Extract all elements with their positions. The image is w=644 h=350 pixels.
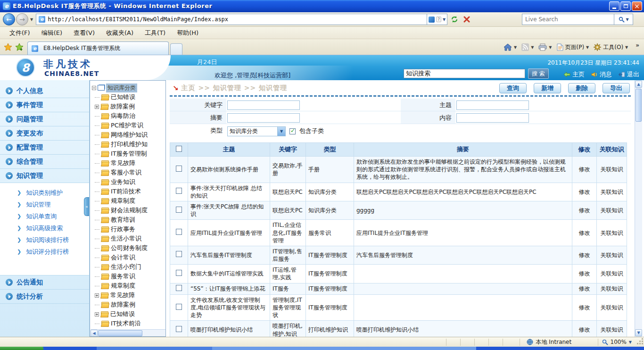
edit-link[interactable]: 修改 (572, 265, 597, 283)
related-knowledge-link[interactable]: 关联知识 (597, 157, 627, 183)
row-checkbox[interactable] (176, 207, 182, 213)
sidebar-submenu-item[interactable]: ❯ 知识评分排行榜 (0, 246, 89, 258)
taskbar-button[interactable] (212, 347, 476, 350)
row-checkbox[interactable] (176, 285, 182, 291)
tree-node[interactable]: IT技术前沿 (94, 319, 165, 328)
menu-item[interactable]: 收藏夹(A) (100, 27, 139, 39)
tree-node[interactable]: 业务知识 (94, 177, 165, 187)
related-knowledge-link[interactable]: 关联知识 (597, 265, 627, 283)
include-subcategory-checkbox[interactable] (289, 128, 296, 134)
tree-horizontal-scrollbar[interactable]: ◀ ▶ (91, 329, 166, 337)
row-checkbox[interactable] (176, 229, 182, 235)
topic-link[interactable]: 交易欺诈侦测系统操作手册 (188, 157, 270, 183)
tree-hscroll-thumb[interactable] (98, 330, 142, 336)
tree-node[interactable]: 常见故障 (94, 291, 165, 300)
restore-button[interactable] (620, 1, 631, 11)
tree-node[interactable]: 服务常识 (94, 272, 165, 281)
address-dropdown-icon[interactable]: ▼ (443, 17, 446, 22)
tree-node[interactable]: 会计常识 (94, 253, 165, 262)
row-checkbox[interactable] (176, 166, 182, 172)
tree-node[interactable]: 公司财务制度 (94, 243, 165, 253)
edit-link[interactable]: 修改 (572, 220, 597, 246)
toolbar-button[interactable]: 查询 (499, 83, 527, 93)
tree-node[interactable]: 故障案例 (94, 102, 165, 111)
related-knowledge-link[interactable]: 关联知识 (597, 321, 627, 337)
subject-input[interactable] (456, 100, 529, 110)
tree-node[interactable]: 常见故障 (94, 158, 165, 168)
home-link[interactable]: 主页 (563, 70, 585, 79)
sidebar-collapse-handle[interactable]: « (84, 197, 89, 216)
tree-node[interactable]: 规章制度 (94, 196, 165, 206)
new-tab-button[interactable] (170, 43, 182, 55)
topic-link[interactable]: 喷墨打印机维护知识小结 (188, 321, 270, 337)
sidebar-submenu-item[interactable]: ❯ 知识类别维护 (0, 187, 89, 199)
toolbar-button[interactable]: 删除 (568, 83, 595, 93)
live-search-input[interactable] (522, 14, 614, 25)
toolbar-button[interactable]: 新增 (534, 83, 561, 93)
expand-plus-icon[interactable] (95, 105, 99, 109)
page-dropdown-icon[interactable]: ▼ (586, 45, 589, 50)
content-input[interactable] (456, 113, 529, 123)
tab-active[interactable]: e E8.HelpDesk IT服务管理系统 (27, 42, 169, 55)
tools-menu-label[interactable]: 工具(O) (603, 43, 623, 51)
tree-node[interactable]: 教育培训 (94, 215, 165, 225)
forward-button[interactable]: → (16, 13, 28, 25)
keyword-input[interactable] (227, 100, 300, 110)
feeds-dropdown-icon[interactable]: ▼ (531, 45, 534, 50)
expand-plus-icon[interactable] (95, 293, 99, 298)
main-vertical-scrollbar[interactable]: ▲ ▼ (635, 80, 642, 337)
collapse-minus-icon[interactable] (92, 86, 96, 90)
scroll-up-icon[interactable]: ▲ (635, 81, 642, 88)
resize-grip[interactable] (637, 339, 644, 345)
rss-feed-icon[interactable] (521, 43, 529, 51)
topic-link[interactable]: 文件收发系统,收发文管理制度,电信领域IT服务管理现状与走势 (188, 294, 270, 321)
edit-link[interactable]: 修改 (572, 157, 597, 183)
edit-link[interactable]: 修改 (572, 183, 597, 201)
tree-root-label[interactable]: 知识库分类 (106, 83, 137, 92)
sidebar-submenu-item[interactable]: ❯ 知识管理 (0, 199, 89, 210)
scroll-left-icon[interactable]: ◀ (91, 330, 98, 337)
sidebar-submenu-item[interactable]: ❯ 知识高级搜索 (0, 222, 89, 234)
menu-item[interactable]: 编辑(E) (36, 27, 68, 39)
topic-link[interactable]: 数据大集中的IT运维管理实践 (188, 265, 270, 283)
toolbar-button[interactable]: 导出 (603, 83, 630, 93)
history-dropdown-icon[interactable]: ▼ (30, 17, 33, 22)
favorites-star-icon[interactable] (4, 43, 12, 51)
sidebar-section[interactable]: 配置管理 (0, 141, 89, 155)
search-provider-dropdown-icon[interactable]: ▼ (626, 17, 629, 22)
tools-dropdown-icon[interactable]: ▼ (625, 45, 628, 50)
row-checkbox[interactable] (176, 326, 182, 332)
scroll-down-icon[interactable]: ▼ (635, 329, 642, 336)
sidebar-section[interactable]: 公告通知 (0, 275, 89, 290)
zoom-control[interactable]: 100% ▼ (598, 339, 636, 346)
related-knowledge-link[interactable]: 关联知识 (597, 294, 627, 321)
edit-link[interactable]: 修改 (572, 321, 597, 337)
select-all-checkbox[interactable] (176, 146, 182, 152)
menu-item[interactable]: 工具(T) (139, 27, 171, 39)
related-knowledge-link[interactable]: 关联知识 (597, 283, 627, 294)
add-favorite-icon[interactable] (15, 43, 24, 51)
related-knowledge-link[interactable]: 关联知识 (597, 201, 627, 219)
sidebar-section[interactable]: 个人信息 (0, 84, 89, 98)
edit-link[interactable]: 修改 (572, 294, 597, 321)
tree-node[interactable]: 故障案例 (94, 300, 165, 309)
sidebar-submenu-item[interactable]: ❯ 知识单查询 (0, 210, 89, 222)
row-checkbox[interactable] (176, 270, 182, 276)
tree-node[interactable]: 打印机维护知 (94, 140, 165, 149)
edit-link[interactable]: 修改 (572, 246, 597, 264)
tree-node[interactable]: 已知错误 (94, 92, 165, 102)
tree-node[interactable]: 网络维护知识 (94, 130, 165, 140)
row-checkbox[interactable] (176, 251, 182, 257)
live-search-button[interactable]: ▼ (614, 14, 633, 25)
refresh-button[interactable] (449, 14, 460, 25)
logout-link[interactable]: 退出 (619, 70, 639, 79)
sidebar-submenu-item[interactable]: ❯ 知识阅读排行榜 (0, 234, 89, 246)
command-overflow-chevron[interactable]: » (636, 42, 639, 49)
page-menu-label[interactable]: 页面(P) (565, 43, 585, 51)
sidebar-section[interactable]: 事件管理 (0, 98, 89, 112)
row-checkbox[interactable] (176, 188, 182, 194)
tree-root-node[interactable]: 知识库分类 (92, 83, 165, 92)
knowledge-search-input[interactable] (404, 69, 525, 78)
tree-node[interactable]: 行政事务 (94, 225, 165, 234)
tree-node[interactable]: 财会法规制度 (94, 206, 165, 215)
